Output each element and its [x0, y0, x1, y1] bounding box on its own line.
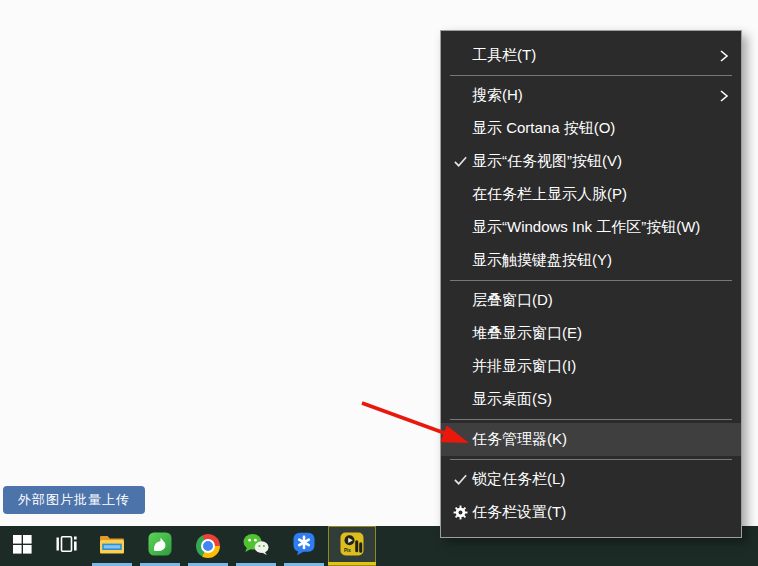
menu-separator [450, 459, 732, 460]
menu-item-show-desktop[interactable]: 显示桌面(S) [441, 383, 741, 416]
menu-item-taskbar-settings[interactable]: 任务栏设置(T) [441, 496, 741, 529]
menu-item-label: 显示触摸键盘按钮(Y) [472, 251, 612, 270]
active-indicator [328, 562, 376, 565]
menu-item-show-cortana-button[interactable]: 显示 Cortana 按钮(O) [441, 112, 741, 145]
menu-separator [450, 75, 732, 76]
green-bird-icon [148, 532, 172, 560]
menu-item-label: 显示“任务视图”按钮(V) [472, 152, 622, 171]
start-button[interactable] [0, 526, 44, 566]
menu-item-lock-taskbar[interactable]: 锁定任务栏(L) [441, 463, 741, 496]
blue-star-app-button[interactable] [280, 526, 328, 566]
menu-separator [450, 419, 732, 420]
folder-icon [99, 533, 125, 559]
menu-item-label: 任务管理器(K) [472, 430, 567, 449]
checkmark-icon [450, 145, 470, 178]
menu-item-show-windows-stacked[interactable]: 堆叠显示窗口(E) [441, 317, 741, 350]
menu-item-label: 层叠窗口(D) [472, 291, 553, 310]
svg-text:Pix: Pix [344, 548, 351, 553]
chevron-right-icon [718, 79, 730, 112]
menu-item-label: 并排显示窗口(I) [472, 357, 576, 376]
task-view-icon [56, 535, 77, 557]
chrome-button[interactable] [184, 526, 232, 566]
chevron-right-icon [718, 39, 730, 72]
menu-item-label: 在任务栏上显示人脉(P) [472, 185, 627, 204]
menu-item-task-manager[interactable]: 任务管理器(K) [441, 423, 741, 456]
task-view-button[interactable] [44, 526, 88, 566]
menu-item-show-windows-side-by-side[interactable]: 并排显示窗口(I) [441, 350, 741, 383]
gear-icon [450, 496, 470, 529]
pixpin-button[interactable]: Pix [328, 526, 376, 566]
green-bird-app-button[interactable] [136, 526, 184, 566]
chrome-icon [196, 534, 220, 558]
menu-item-toolbars[interactable]: 工具栏(T) [441, 39, 741, 72]
menu-item-show-windows-ink-workspace-button[interactable]: 显示“Windows Ink 工作区”按钮(W) [441, 211, 741, 244]
menu-item-label: 显示“Windows Ink 工作区”按钮(W) [472, 218, 700, 237]
windows-logo-icon [13, 535, 32, 558]
checkmark-icon [450, 463, 470, 496]
menu-item-show-touch-keyboard-button[interactable]: 显示触摸键盘按钮(Y) [441, 244, 741, 277]
pixpin-icon: Pix [340, 532, 364, 560]
menu-item-show-task-view-button[interactable]: 显示“任务视图”按钮(V) [441, 145, 741, 178]
taskbar-context-menu: 工具栏(T) 搜索 [440, 30, 742, 538]
menu-item-label: 锁定任务栏(L) [472, 470, 565, 489]
menu-separator [450, 280, 732, 281]
menu-item-label: 搜索(H) [472, 86, 523, 105]
external-image-batch-upload-button[interactable]: 外部图片批量上传 [3, 486, 145, 514]
menu-item-label: 任务栏设置(T) [472, 503, 566, 522]
menu-item-label: 工具栏(T) [472, 46, 536, 65]
menu-item-label: 显示桌面(S) [472, 390, 552, 409]
menu-item-label: 显示 Cortana 按钮(O) [472, 119, 615, 138]
menu-item-search[interactable]: 搜索(H) [441, 79, 741, 112]
file-explorer-button[interactable] [88, 526, 136, 566]
menu-item-show-people-on-taskbar[interactable]: 在任务栏上显示人脉(P) [441, 178, 741, 211]
menu-item-label: 堆叠显示窗口(E) [472, 324, 582, 343]
wechat-button[interactable] [232, 526, 280, 566]
menu-item-cascade-windows[interactable]: 层叠窗口(D) [441, 284, 741, 317]
wechat-icon [243, 533, 269, 560]
blue-star-icon [292, 532, 316, 560]
